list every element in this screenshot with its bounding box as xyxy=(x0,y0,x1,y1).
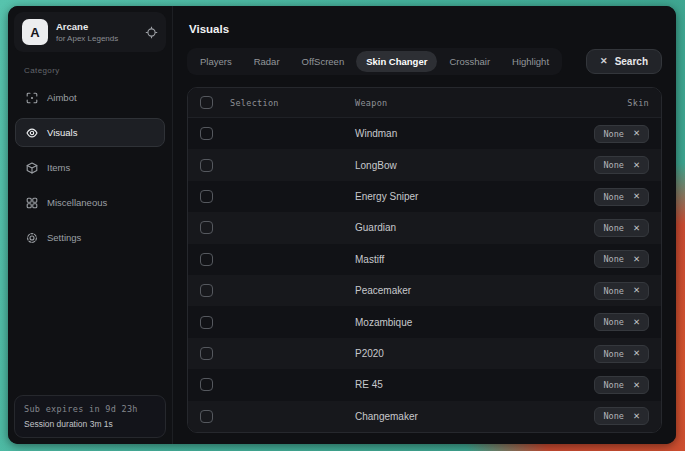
row-checkbox[interactable] xyxy=(200,410,213,423)
clear-skin-icon[interactable]: ✕ xyxy=(633,349,640,358)
clear-skin-icon[interactable]: ✕ xyxy=(633,412,640,421)
weapon-name: Peacemaker xyxy=(355,285,553,296)
column-header-skin: Skin xyxy=(553,98,649,108)
weapon-name: Mozambique xyxy=(355,317,553,328)
sidebar-item-items[interactable]: Items xyxy=(15,153,165,182)
tab-crosshair[interactable]: Crosshair xyxy=(439,51,500,72)
skin-value: None xyxy=(603,380,623,390)
skin-pill[interactable]: None✕ xyxy=(594,282,649,300)
visuals-eye-icon xyxy=(26,127,38,139)
row-checkbox[interactable] xyxy=(200,253,213,266)
clear-skin-icon[interactable]: ✕ xyxy=(633,161,640,170)
subscription-card: Sub expires in 9d 23h Session duration 3… xyxy=(14,395,166,438)
weapon-name: Mastiff xyxy=(355,254,553,265)
table-row: RE 45None✕ xyxy=(188,369,661,400)
row-checkbox[interactable] xyxy=(200,378,213,391)
skin-changer-table: Selection Weapon Skin WindmanNone✕LongBo… xyxy=(187,87,662,433)
weapon-name: Changemaker xyxy=(355,411,553,422)
skin-pill[interactable]: None✕ xyxy=(594,219,649,237)
skin-value: None xyxy=(603,254,623,264)
skin-pill[interactable]: None✕ xyxy=(594,376,649,394)
skin-cell: None✕ xyxy=(553,313,649,331)
row-checkbox[interactable] xyxy=(200,127,213,140)
sidebar-item-label: Items xyxy=(47,162,70,173)
column-header-selection: Selection xyxy=(230,98,355,108)
skin-value: None xyxy=(603,223,623,233)
skin-pill[interactable]: None✕ xyxy=(594,313,649,331)
row-checkbox[interactable] xyxy=(200,190,213,203)
tab-bar: PlayersRadarOffScreenSkin ChangerCrossha… xyxy=(187,48,562,75)
clear-skin-icon[interactable]: ✕ xyxy=(633,224,640,233)
skin-cell: None✕ xyxy=(553,282,649,300)
clear-skin-icon[interactable]: ✕ xyxy=(633,129,640,138)
aimbot-crosshair-icon xyxy=(26,92,38,104)
skin-pill[interactable]: None✕ xyxy=(594,125,649,143)
tab-highlight[interactable]: Highlight xyxy=(502,51,559,72)
skin-cell: None✕ xyxy=(553,345,649,363)
app-name: Arcane xyxy=(56,21,118,32)
skin-value: None xyxy=(603,160,623,170)
skin-pill[interactable]: None✕ xyxy=(594,407,649,425)
weapon-name: LongBow xyxy=(355,160,553,171)
app-titles: Arcane for Apex Legends xyxy=(56,21,118,43)
clear-skin-icon[interactable]: ✕ xyxy=(633,255,640,264)
toolbar: PlayersRadarOffScreenSkin ChangerCrossha… xyxy=(173,48,676,75)
category-label: Category xyxy=(24,66,166,75)
tab-skin-changer[interactable]: Skin Changer xyxy=(356,51,437,72)
weapon-name: Energy Sniper xyxy=(355,191,553,202)
search-button[interactable]: ✕ Search xyxy=(586,49,662,74)
page-title: Visuals xyxy=(189,23,229,35)
table-row: GuardianNone✕ xyxy=(188,212,661,243)
sidebar-item-visuals[interactable]: Visuals xyxy=(15,118,165,147)
table-row: P2020None✕ xyxy=(188,338,661,369)
table-body: WindmanNone✕LongBowNone✕Energy SniperNon… xyxy=(188,118,661,432)
sidebar-item-miscellaneous[interactable]: Miscellaneous xyxy=(15,188,165,217)
main-header: Visuals xyxy=(173,6,676,48)
skin-value: None xyxy=(603,411,623,421)
skin-pill[interactable]: None✕ xyxy=(594,345,649,363)
session-duration-text: Session duration 3m 1s xyxy=(24,419,156,429)
sidebar-item-label: Settings xyxy=(47,232,81,243)
clear-skin-icon[interactable]: ✕ xyxy=(633,381,640,390)
skin-pill[interactable]: None✕ xyxy=(594,188,649,206)
weapon-name: Guardian xyxy=(355,222,553,233)
select-all-checkbox[interactable] xyxy=(200,96,213,109)
skin-pill[interactable]: None✕ xyxy=(594,250,649,268)
app-logo: A xyxy=(22,19,48,45)
tab-offscreen[interactable]: OffScreen xyxy=(292,51,355,72)
table-row: LongBowNone✕ xyxy=(188,149,661,180)
row-checkbox[interactable] xyxy=(200,284,213,297)
skin-cell: None✕ xyxy=(553,407,649,425)
sidebar-item-aimbot[interactable]: Aimbot xyxy=(15,83,165,112)
table-header-row: Selection Weapon Skin xyxy=(188,88,661,118)
row-checkbox[interactable] xyxy=(200,221,213,234)
skin-cell: None✕ xyxy=(553,219,649,237)
target-icon[interactable] xyxy=(145,26,158,39)
clear-skin-icon[interactable]: ✕ xyxy=(633,286,640,295)
weapon-name: RE 45 xyxy=(355,379,553,390)
clear-skin-icon[interactable]: ✕ xyxy=(633,192,640,201)
items-box-icon xyxy=(26,162,38,174)
skin-pill[interactable]: None✕ xyxy=(594,156,649,174)
skin-value: None xyxy=(603,349,623,359)
table-row: ChangemakerNone✕ xyxy=(188,401,661,432)
skin-value: None xyxy=(603,192,623,202)
tab-players[interactable]: Players xyxy=(190,51,242,72)
desktop-background: A Arcane for Apex Legends Category Aimbo… xyxy=(0,0,685,451)
row-checkbox[interactable] xyxy=(200,347,213,360)
sidebar-item-label: Aimbot xyxy=(47,92,77,103)
search-icon: ✕ xyxy=(600,57,608,66)
table-row: Energy SniperNone✕ xyxy=(188,181,661,212)
sidebar-item-settings[interactable]: Settings xyxy=(15,223,165,252)
tab-radar[interactable]: Radar xyxy=(244,51,290,72)
sub-expiry-text: Sub expires in 9d 23h xyxy=(24,404,156,414)
skin-cell: None✕ xyxy=(553,250,649,268)
clear-skin-icon[interactable]: ✕ xyxy=(633,318,640,327)
sidebar-item-label: Visuals xyxy=(47,127,77,138)
row-checkbox[interactable] xyxy=(200,159,213,172)
row-checkbox[interactable] xyxy=(200,316,213,329)
table-row: PeacemakerNone✕ xyxy=(188,275,661,306)
table-row: WindmanNone✕ xyxy=(188,118,661,149)
skin-cell: None✕ xyxy=(553,188,649,206)
main-panel: Visuals PlayersRadarOffScreenSkin Change… xyxy=(173,6,676,444)
